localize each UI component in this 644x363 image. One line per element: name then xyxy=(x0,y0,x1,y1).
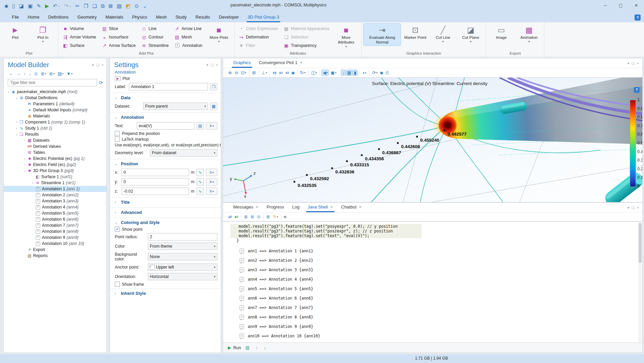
axes-toggle-icon[interactable]: ↓ xyxy=(341,70,346,76)
tab-mesh[interactable]: Mesh xyxy=(152,12,171,22)
java-shell-output[interactable]: model.result("pg3").feature(tag).set("po… xyxy=(223,222,643,343)
forward-icon[interactable]: → xyxy=(15,71,22,77)
view-yz-icon[interactable]: yz xyxy=(278,71,284,75)
tree-node-default-model-inputs[interactable]: «Default Model Inputs{cminpt} xyxy=(4,107,106,113)
section-annotation[interactable]: ⌄ Annotation xyxy=(110,112,221,121)
tree-node-component-1[interactable]: ›❒Component 1(comp 1) {comp 1} xyxy=(4,119,106,125)
color-select[interactable]: From theme▾ xyxy=(148,243,217,250)
tree-node-datasets[interactable]: ›▦Datasets xyxy=(4,137,106,143)
back-icon[interactable]: ← xyxy=(8,71,14,77)
tree-node-annotation-2[interactable]: TAnnotation 2{ann2} xyxy=(4,192,106,198)
edit-dataset-button[interactable]: ▦ xyxy=(210,103,217,110)
latex-markup-checkbox[interactable] xyxy=(115,137,120,142)
dataset-select[interactable]: From parent▾ xyxy=(143,103,208,110)
tree-node-materials[interactable]: ◉Materials xyxy=(4,113,106,119)
sound-icon[interactable]: ◀▾ xyxy=(322,70,329,76)
chevron-right-icon[interactable]: › xyxy=(15,127,19,130)
search-icon[interactable]: ⊙ xyxy=(133,3,141,9)
console-tab-log[interactable]: Log xyxy=(288,202,304,212)
scrollbar-thumb[interactable] xyxy=(639,223,642,263)
indent-less-icon[interactable]: ≣ xyxy=(249,214,255,220)
range-button[interactable]: ∿ xyxy=(196,169,204,176)
tree-node-3d-plot-group-3[interactable]: ⌄■3D Plot Group 3{pg3} xyxy=(4,168,106,174)
close-icon[interactable]: ✕ xyxy=(300,61,302,64)
scroll-up-icon[interactable]: ↑ xyxy=(254,345,259,351)
legend-toggle-icon[interactable]: ▮ xyxy=(353,70,357,76)
tree-node-electric-potential-ec-[interactable]: ›■Electric Potential (ec){pg 1} xyxy=(4,156,106,162)
panel-collapse-icon[interactable]: ▾ xyxy=(627,206,629,210)
transparency-toggle-icon[interactable]: ▣▾ xyxy=(329,70,337,76)
point-radius-input[interactable] xyxy=(148,233,217,241)
tab-study[interactable]: Study xyxy=(171,12,191,22)
ribbon-arrow-line[interactable]: ⇗Arrow Line xyxy=(172,24,205,33)
panel-pin-icon[interactable]: ⌖ xyxy=(216,63,218,67)
tree-node-annotation-6[interactable]: TAnnotation 6{ann6} xyxy=(4,216,106,222)
ribbon-cut-line[interactable]: ╱Cut Line▾ xyxy=(430,24,456,44)
rotate-icon[interactable]: ↻▾ xyxy=(299,70,306,76)
scene-light-icon[interactable]: ◫▾ xyxy=(310,70,318,76)
tree-node-annotation-3[interactable]: TAnnotation 3{ann3} xyxy=(4,198,106,204)
open-icon[interactable]: ◪ xyxy=(18,3,26,9)
run-button[interactable]: ▶ Run xyxy=(228,345,241,350)
help-icon[interactable]: ? xyxy=(634,87,640,93)
tree-node-study-1[interactable]: ›∿Study 1{std 1} xyxy=(4,125,106,131)
undo-icon[interactable]: ↶⌄ xyxy=(51,3,62,9)
format-icon[interactable]: ✎▾ xyxy=(272,214,279,220)
save-icon[interactable]: ▣ xyxy=(26,3,34,9)
variables-icon[interactable]: a= xyxy=(234,215,239,219)
geometry-level-select[interactable]: From dataset▾ xyxy=(150,149,217,157)
console-tab-messages[interactable]: Messages✕ xyxy=(229,202,263,212)
tab-definitions[interactable]: Definitions xyxy=(44,12,73,22)
x-input[interactable] xyxy=(122,169,189,176)
panel-pin-icon[interactable]: ⌖ xyxy=(102,63,104,67)
update-plot-icon[interactable]: ⟳▾ xyxy=(371,70,378,76)
range-button[interactable]: ∿ xyxy=(196,188,204,195)
expression-button[interactable]: ▤ xyxy=(196,122,204,130)
expand-icon[interactable]: ≣▾ xyxy=(40,71,47,77)
snapshot-icon[interactable]: ◙ xyxy=(379,70,384,76)
view-xz-icon[interactable]: xz xyxy=(285,71,290,75)
console-tab-java-shell[interactable]: Java Shell✕ xyxy=(303,202,337,212)
tree-node-global-definitions[interactable]: ⌄⊕Global Definitions xyxy=(4,95,106,101)
ribbon-plot-in[interactable]: ❐Plot In▾ xyxy=(30,24,56,44)
zoom-extents-icon[interactable]: ⊞ xyxy=(251,70,257,76)
scroll-down-icon[interactable]: ↓ xyxy=(263,345,267,351)
panel-float-icon[interactable]: ▢ xyxy=(211,63,214,67)
redo-icon[interactable]: ↷⌄ xyxy=(62,3,73,9)
ribbon-arrow-volume[interactable]: ⇶Arrow Volume xyxy=(60,33,98,41)
refresh-icon[interactable]: ⟳ xyxy=(99,80,103,85)
section-position[interactable]: ⌄ Position xyxy=(110,159,221,168)
tree-node-surface-1[interactable]: ◧Surface 1{surf1} xyxy=(4,174,106,180)
ribbon-cut-plane[interactable]: ◪Cut Plane▾ xyxy=(457,24,484,44)
annotation-text-input[interactable] xyxy=(137,122,194,130)
grid-toggle-icon[interactable]: ▦ xyxy=(346,70,352,76)
tab-geometry[interactable]: Geometry xyxy=(73,12,101,22)
tree-node-derived-values[interactable]: 8.85Derived Values xyxy=(4,143,106,149)
chevron-down-icon[interactable]: ⌄ xyxy=(6,90,10,93)
ribbon-contour[interactable]: ◎Contour xyxy=(139,33,171,41)
section-coloring-style[interactable]: ⌄ Coloring and Style xyxy=(110,218,221,226)
tab-file[interactable]: File xyxy=(7,12,23,22)
ribbon-deformation[interactable]: ↝Deformation xyxy=(237,33,280,41)
tab-home[interactable]: Home xyxy=(23,12,44,22)
background-color-select[interactable]: None▾ xyxy=(148,253,217,260)
console-tab-chatbot[interactable]: Chatbot✕ xyxy=(337,202,366,212)
tree-node-annotation-10[interactable]: TAnnotation 10{ann 10} xyxy=(4,241,106,247)
maximize-icon[interactable]: ▢ xyxy=(613,0,628,11)
ribbon-image[interactable]: ▭Image xyxy=(488,24,514,40)
y-input[interactable] xyxy=(122,178,189,186)
z-input[interactable] xyxy=(122,188,189,195)
tab-materials[interactable]: Materials xyxy=(101,12,128,22)
plot-canvas[interactable]: 0.4925770.4552400.4426080.4368670.434356… xyxy=(223,78,643,202)
y-menu-button[interactable]: ≡▾ xyxy=(206,178,217,186)
ribbon-plot[interactable]: ►Plot xyxy=(2,24,28,40)
zoom-select-icon[interactable]: ◩ xyxy=(124,3,132,9)
ribbon-surface[interactable]: ◧Surface xyxy=(60,41,98,50)
close-icon[interactable]: ✕ xyxy=(628,0,644,11)
tree-node-pacemaker-electrode-mph[interactable]: ⌄◈pacemaker_electrode.mph(root) xyxy=(4,89,106,95)
console-icon[interactable]: ▤ xyxy=(244,345,250,351)
ribbon-more-plots[interactable]: ■More Plots▾ xyxy=(206,24,232,44)
scrollbar[interactable] xyxy=(638,222,642,342)
tab-physics[interactable]: Physics xyxy=(128,12,152,22)
panel-float-icon[interactable]: ▢ xyxy=(96,63,99,67)
